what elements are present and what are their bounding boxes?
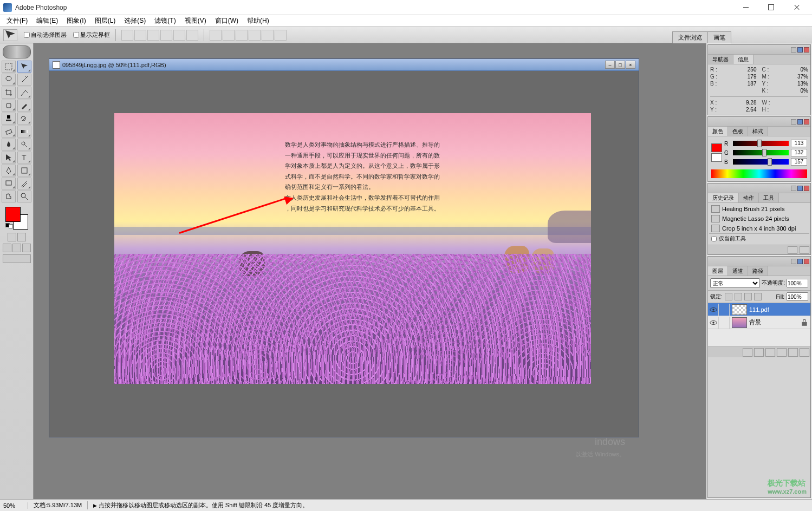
zoom-tool[interactable]: [17, 191, 31, 202]
distribute-bottom-button[interactable]: [236, 30, 248, 41]
panel-minimize-icon[interactable]: [791, 186, 796, 191]
align-right-button[interactable]: [186, 30, 198, 41]
panel-close-icon[interactable]: [804, 47, 809, 53]
pen-tool[interactable]: [2, 165, 16, 176]
layer-thumbnail[interactable]: [732, 317, 747, 328]
dodge-tool[interactable]: [17, 139, 31, 150]
path-select-tool[interactable]: [2, 152, 16, 163]
lock-position-icon[interactable]: [744, 293, 752, 300]
color-spectrum-bar[interactable]: [711, 169, 807, 178]
color-b-slider[interactable]: B 157: [724, 158, 807, 166]
menu-view[interactable]: 视图(V): [180, 15, 211, 27]
color-g-value[interactable]: 132: [791, 149, 807, 156]
window-close-button[interactable]: [784, 1, 809, 14]
standard-mode-button[interactable]: [8, 233, 16, 241]
color-fg-bg-swatches[interactable]: [711, 143, 722, 162]
align-hcenter-button[interactable]: [173, 30, 185, 41]
delete-layer-button[interactable]: [800, 348, 809, 357]
layer-name[interactable]: 背景: [749, 318, 801, 326]
menu-filter[interactable]: 滤镜(T): [150, 15, 180, 27]
layers-tab[interactable]: 图层: [708, 266, 728, 276]
paths-tab[interactable]: 路径: [748, 266, 768, 276]
slice-tool[interactable]: [17, 87, 31, 99]
layer-visibility-icon[interactable]: [708, 304, 719, 316]
eyedropper-tool[interactable]: [17, 178, 31, 189]
screen-fullmenu-button[interactable]: [12, 244, 21, 252]
color-r-value[interactable]: 113: [791, 140, 807, 147]
show-bounding-box-checkbox[interactable]: 显示定界框: [73, 31, 110, 39]
hand-tool[interactable]: [2, 191, 16, 202]
opacity-input[interactable]: [787, 279, 808, 287]
history-item[interactable]: Healing Brush 21 pixels: [709, 204, 809, 214]
color-tab[interactable]: 颜色: [708, 127, 728, 136]
file-browser-tab[interactable]: 文件浏览: [672, 31, 708, 43]
auto-select-layer-checkbox[interactable]: 自动选择图层: [24, 31, 67, 39]
layer-link-cell[interactable]: [719, 317, 730, 329]
distribute-vcenter-button[interactable]: [223, 30, 235, 41]
delete-state-button[interactable]: [800, 246, 809, 254]
quickmask-mode-button[interactable]: [17, 233, 26, 241]
stamp-tool[interactable]: [2, 113, 16, 125]
panel-header[interactable]: [708, 257, 810, 266]
lock-image-icon[interactable]: [735, 293, 742, 300]
panel-maximize-icon[interactable]: [797, 47, 803, 53]
panel-minimize-icon[interactable]: [791, 119, 796, 125]
lasso-tool[interactable]: [2, 74, 16, 86]
window-maximize-button[interactable]: [759, 1, 783, 14]
crop-tool[interactable]: [2, 87, 16, 99]
menu-window[interactable]: 窗口(W): [211, 15, 243, 27]
doc-minimize-button[interactable]: –: [605, 61, 615, 69]
layer-row[interactable]: 背景: [708, 316, 810, 329]
panel-close-icon[interactable]: [804, 119, 809, 125]
brush-tool[interactable]: [17, 100, 31, 112]
panel-header[interactable]: [708, 184, 810, 193]
layer-style-button[interactable]: [743, 348, 752, 357]
styles-tab[interactable]: 样式: [748, 127, 768, 136]
move-tool[interactable]: [17, 61, 31, 73]
color-swatch[interactable]: [5, 207, 28, 230]
history-brush-tool[interactable]: [17, 113, 31, 125]
panel-header[interactable]: [708, 45, 810, 55]
panel-close-icon[interactable]: [804, 259, 809, 264]
panel-close-icon[interactable]: [804, 186, 809, 191]
menu-help[interactable]: 帮助(H): [243, 15, 274, 27]
color-b-value[interactable]: 157: [791, 158, 807, 166]
layer-link-cell[interactable]: [719, 304, 730, 316]
jump-to-imageready-button[interactable]: [3, 254, 31, 263]
current-tool-only-checkbox[interactable]: 仅当前工具: [709, 233, 809, 244]
toolbox-handle[interactable]: [3, 45, 31, 58]
marquee-tool[interactable]: [2, 61, 16, 73]
menu-image[interactable]: 图象(I): [62, 15, 90, 27]
panel-maximize-icon[interactable]: [797, 119, 803, 125]
brushes-tab[interactable]: 画笔: [707, 31, 731, 43]
history-tab[interactable]: 历史记录: [708, 193, 739, 202]
actions-tab[interactable]: 动作: [739, 193, 759, 202]
gradient-tool[interactable]: [17, 126, 31, 137]
menu-select[interactable]: 选择(S): [120, 15, 150, 27]
document-canvas[interactable]: 数学是人类对事物的抽象结构与模式进行严格描述、推导的 一种通用手段，可以应用于现…: [114, 113, 591, 384]
document-size[interactable]: 文档:5.93M/7.13M: [28, 501, 88, 509]
blur-tool[interactable]: [2, 139, 16, 150]
lock-all-icon[interactable]: [754, 293, 762, 300]
layer-thumbnail[interactable]: [732, 304, 747, 315]
current-tool-icon[interactable]: [3, 29, 17, 41]
panel-maximize-icon[interactable]: [797, 186, 803, 191]
align-bottom-button[interactable]: [147, 30, 159, 41]
channels-tab[interactable]: 通道: [728, 266, 748, 276]
panel-maximize-icon[interactable]: [797, 259, 803, 264]
wand-tool[interactable]: [17, 74, 31, 86]
tools-tab[interactable]: 工具: [759, 193, 779, 202]
layer-row[interactable]: 111.pdf: [708, 303, 810, 316]
align-vcenter-button[interactable]: [134, 30, 146, 41]
menu-layer[interactable]: 图层(L): [90, 15, 120, 27]
color-bg-swatch[interactable]: [711, 153, 722, 162]
fill-input[interactable]: [787, 292, 808, 301]
panel-minimize-icon[interactable]: [791, 47, 796, 53]
panel-header[interactable]: [708, 117, 810, 127]
doc-close-button[interactable]: ×: [626, 61, 635, 69]
blend-mode-select[interactable]: 正常: [710, 278, 760, 288]
doc-maximize-button[interactable]: □: [615, 61, 625, 69]
adjustment-layer-button[interactable]: [777, 348, 787, 357]
healing-tool[interactable]: [2, 100, 16, 112]
layer-visibility-icon[interactable]: [708, 317, 719, 329]
